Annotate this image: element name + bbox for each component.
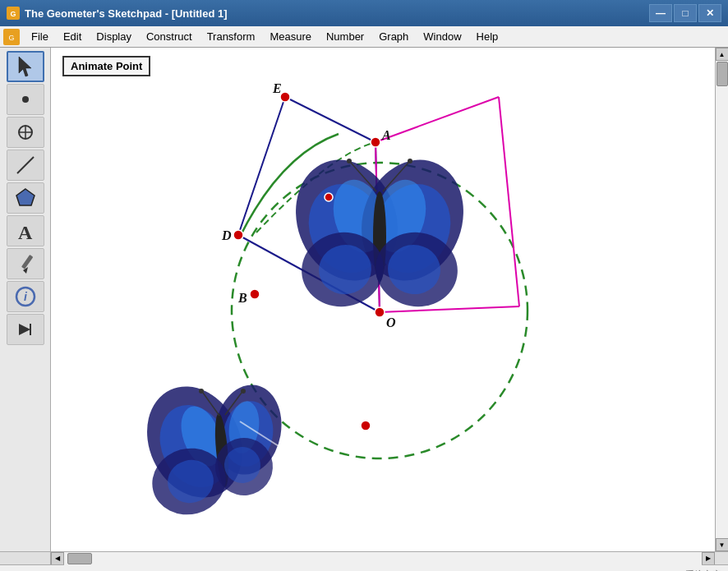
- svg-point-62: [250, 289, 260, 299]
- svg-point-59: [371, 137, 380, 147]
- scrollbar-vertical[interactable]: ▲ ▼: [715, 48, 728, 551]
- titlebar-title: The Geometer's Sketchpad - [Untitled 1]: [25, 7, 228, 20]
- scroll-thumb-vertical[interactable]: [716, 62, 728, 86]
- svg-line-19: [285, 97, 376, 142]
- svg-text:A: A: [18, 222, 33, 242]
- svg-text:i: i: [24, 290, 28, 303]
- menu-measure[interactable]: Measure: [263, 29, 318, 44]
- menu-file[interactable]: File: [25, 29, 55, 44]
- svg-text:O: O: [386, 315, 396, 329]
- svg-text:D: D: [221, 228, 232, 242]
- svg-marker-10: [16, 189, 35, 205]
- scroll-corner-right: [715, 552, 728, 565]
- toolbar: A i: [0, 48, 51, 551]
- tool-marker[interactable]: [7, 248, 44, 279]
- menu-help[interactable]: Help: [470, 29, 505, 44]
- svg-point-60: [325, 193, 333, 201]
- svg-point-52: [241, 389, 246, 394]
- svg-line-24: [499, 97, 519, 306]
- svg-text:A: A: [381, 128, 391, 142]
- svg-marker-4: [19, 57, 31, 76]
- svg-point-58: [280, 92, 290, 102]
- svg-text:G: G: [10, 10, 16, 18]
- minimize-button[interactable]: —: [649, 4, 672, 22]
- svg-point-64: [361, 421, 371, 431]
- maximize-button[interactable]: □: [674, 4, 697, 22]
- titlebar-controls[interactable]: — □ ✕: [649, 4, 721, 22]
- menubar: G File Edit Display Construct Transform …: [0, 26, 728, 48]
- titlebar: G The Geometer's Sketchpad - [Untitled 1…: [0, 0, 728, 26]
- close-button[interactable]: ✕: [698, 4, 721, 22]
- tool-point[interactable]: [7, 84, 44, 115]
- svg-text:B: B: [237, 291, 247, 305]
- svg-point-5: [22, 96, 29, 103]
- tool-compass[interactable]: [7, 117, 44, 148]
- svg-marker-16: [19, 324, 30, 335]
- animate-point-button[interactable]: Animate Point: [62, 56, 150, 76]
- tool-text[interactable]: A: [7, 215, 44, 246]
- svg-point-51: [199, 389, 204, 394]
- scroll-track-vertical[interactable]: [716, 61, 729, 538]
- svg-line-22: [238, 97, 285, 235]
- scroll-left-button[interactable]: ◀: [51, 552, 64, 565]
- statusbar: Click to begin scrolling the window 系统之家: [0, 564, 728, 571]
- tool-polygon[interactable]: [7, 182, 44, 214]
- scroll-corner-left: [0, 552, 51, 565]
- menu-window[interactable]: Window: [417, 29, 468, 44]
- svg-point-37: [408, 159, 412, 163]
- menu-number[interactable]: Number: [320, 29, 371, 44]
- menu-transform[interactable]: Transform: [200, 29, 262, 44]
- titlebar-left: G The Geometer's Sketchpad - [Untitled 1…: [7, 7, 228, 20]
- tool-select[interactable]: [7, 51, 44, 82]
- scroll-track-horizontal[interactable]: [64, 552, 702, 565]
- svg-point-63: [375, 307, 385, 317]
- svg-point-61: [233, 230, 243, 240]
- svg-line-9: [17, 157, 34, 173]
- svg-text:E: E: [272, 81, 282, 95]
- scroll-thumb-horizontal[interactable]: [67, 553, 92, 564]
- scroll-up-button[interactable]: ▲: [716, 48, 729, 61]
- svg-line-25: [380, 306, 519, 312]
- main-area: A i Animate Point: [0, 48, 728, 551]
- menubar-app-icon: G: [3, 29, 20, 45]
- svg-point-36: [347, 159, 352, 163]
- tool-line[interactable]: [7, 150, 44, 181]
- menu-construct[interactable]: Construct: [140, 29, 199, 44]
- svg-line-23: [376, 97, 499, 142]
- app-icon: G: [7, 7, 20, 20]
- sketch-canvas: E A D B O: [51, 48, 715, 551]
- menu-edit[interactable]: Edit: [57, 29, 88, 44]
- canvas-area[interactable]: Animate Point: [51, 48, 715, 551]
- svg-rect-12: [21, 255, 32, 269]
- tool-custom[interactable]: [7, 314, 44, 345]
- tool-info[interactable]: i: [7, 281, 44, 312]
- scroll-right-button[interactable]: ▶: [702, 552, 715, 565]
- menu-graph[interactable]: Graph: [372, 29, 415, 44]
- scroll-down-button[interactable]: ▼: [716, 538, 729, 551]
- menu-display[interactable]: Display: [90, 29, 138, 44]
- scrollbar-horizontal[interactable]: ◀ ▶: [0, 551, 728, 564]
- svg-text:G: G: [8, 34, 14, 42]
